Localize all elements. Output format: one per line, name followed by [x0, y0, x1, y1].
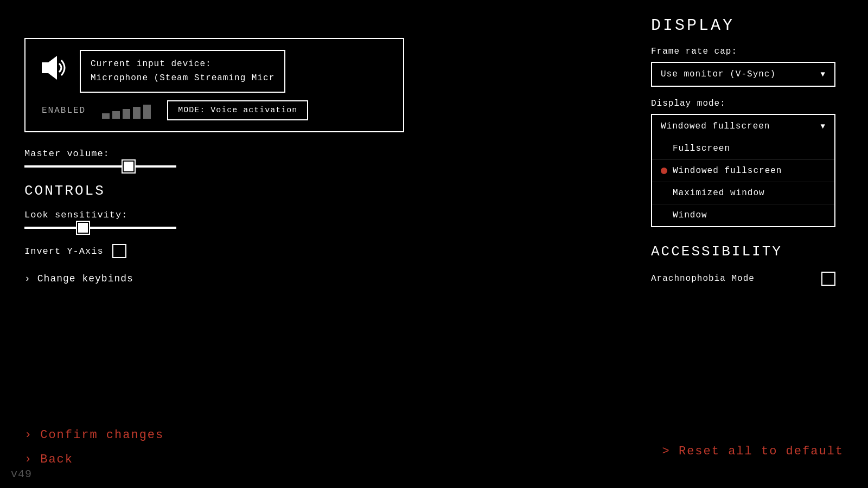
window-label: Window — [673, 210, 707, 220]
svg-marker-0 — [42, 56, 57, 80]
frame-rate-cap-arrow-icon: ▼ — [821, 70, 826, 79]
display-mode-section: Display mode: Windowed fullscreen ▼ Full… — [651, 99, 835, 227]
device-line2: Microphone (Steam Streaming Micr — [91, 72, 275, 86]
frame-rate-cap-dropdown[interactable]: Use monitor (V-Sync) ▼ — [651, 62, 835, 87]
frame-rate-cap-label: Frame rate cap: — [651, 47, 835, 56]
look-sensitivity-thumb[interactable] — [77, 222, 89, 234]
controls-section: CONTROLS Look sensitivity: Invert Y-Axis… — [24, 183, 404, 284]
keybinds-chevron-icon: › — [24, 273, 31, 284]
reset-all-button[interactable]: > Reset all to default — [662, 445, 844, 458]
fullscreen-label: Fullscreen — [673, 144, 730, 153]
confirm-changes-button[interactable]: › Confirm changes — [24, 428, 164, 442]
volume-bar-2 — [112, 111, 120, 119]
accessibility-section: ACCESSIBILITY Arachnophobia Mode — [651, 243, 835, 286]
confirm-chevron-icon: › — [24, 428, 33, 442]
microphone-icon — [36, 52, 69, 91]
invert-y-axis-row: Invert Y-Axis — [24, 244, 404, 258]
volume-bars — [102, 102, 151, 119]
display-mode-dropdown-header[interactable]: Windowed fullscreen ▼ — [651, 114, 835, 138]
window-dot — [661, 212, 667, 219]
look-sensitivity-label: Look sensitivity: — [24, 210, 404, 220]
master-volume-label: Master volume: — [24, 149, 404, 159]
display-mode-option-fullscreen[interactable]: Fullscreen — [652, 138, 834, 160]
look-sensitivity-slider-container — [24, 227, 404, 229]
master-volume-thumb[interactable] — [123, 160, 135, 172]
arachnophobia-label: Arachnophobia Mode — [651, 274, 755, 284]
back-button[interactable]: › Back — [24, 453, 164, 466]
audio-box: Current input device: Microphone (Steam … — [24, 38, 404, 132]
accessibility-heading: ACCESSIBILITY — [651, 243, 835, 260]
look-sensitivity-fill — [24, 227, 82, 229]
display-mode-selected: Windowed fullscreen — [661, 121, 770, 131]
left-panel: Current input device: Microphone (Steam … — [24, 38, 404, 306]
master-volume-fill — [24, 165, 127, 168]
invert-y-axis-label: Invert Y-Axis — [24, 246, 104, 256]
version-label: v49 — [11, 468, 32, 480]
controls-heading: CONTROLS — [24, 183, 404, 199]
bottom-actions: › Confirm changes › Back — [24, 428, 164, 466]
audio-bottom-row: ENABLED MODE: Voice activation — [36, 100, 392, 120]
invert-y-axis-checkbox[interactable] — [112, 244, 126, 258]
display-mode-arrow-icon: ▼ — [821, 122, 826, 131]
back-label: Back — [40, 453, 73, 466]
volume-bar-5 — [143, 105, 151, 119]
display-heading: DISPLAY — [651, 16, 835, 35]
windowed-fullscreen-label: Windowed fullscreen — [673, 166, 782, 176]
enabled-label: ENABLED — [42, 106, 86, 115]
master-volume-track[interactable] — [24, 165, 176, 168]
display-mode-label: Display mode: — [651, 99, 835, 108]
volume-bar-4 — [133, 107, 141, 119]
frame-rate-cap-selected: Use monitor (V-Sync) — [661, 69, 776, 79]
maximized-window-dot — [661, 190, 667, 196]
volume-bar-1 — [102, 113, 110, 119]
display-mode-option-window[interactable]: Window — [652, 204, 834, 226]
maximized-window-label: Maximized window — [673, 188, 765, 198]
volume-bar-3 — [123, 109, 130, 119]
device-info-box: Current input device: Microphone (Steam … — [80, 50, 285, 93]
fullscreen-dot — [661, 145, 667, 152]
keybinds-label: Change keybinds — [37, 273, 133, 284]
audio-top-row: Current input device: Microphone (Steam … — [36, 50, 392, 93]
frame-rate-cap-section: Frame rate cap: Use monitor (V-Sync) ▼ — [651, 47, 835, 87]
master-volume-section: Master volume: — [24, 149, 404, 168]
display-mode-option-maximized-window[interactable]: Maximized window — [652, 182, 834, 204]
master-volume-slider-container — [24, 165, 404, 168]
right-panel: DISPLAY Frame rate cap: Use monitor (V-S… — [651, 16, 835, 286]
arachnophobia-checkbox[interactable] — [821, 272, 835, 286]
display-mode-options: Fullscreen Windowed fullscreen Maximized… — [651, 138, 835, 227]
confirm-changes-label: Confirm changes — [40, 428, 164, 442]
look-sensitivity-track[interactable] — [24, 227, 176, 229]
mode-button[interactable]: MODE: Voice activation — [167, 100, 308, 120]
device-line1: Current input device: — [91, 57, 275, 72]
keybinds-row[interactable]: › Change keybinds — [24, 273, 404, 284]
display-mode-option-windowed-fullscreen[interactable]: Windowed fullscreen — [652, 160, 834, 182]
display-mode-dropdown-wrapper: Windowed fullscreen ▼ Fullscreen Windowe… — [651, 114, 835, 227]
windowed-fullscreen-dot — [661, 168, 667, 174]
arachnophobia-row: Arachnophobia Mode — [651, 272, 835, 286]
reset-all-label: > Reset all to default — [662, 445, 844, 458]
back-chevron-icon: › — [24, 453, 33, 466]
